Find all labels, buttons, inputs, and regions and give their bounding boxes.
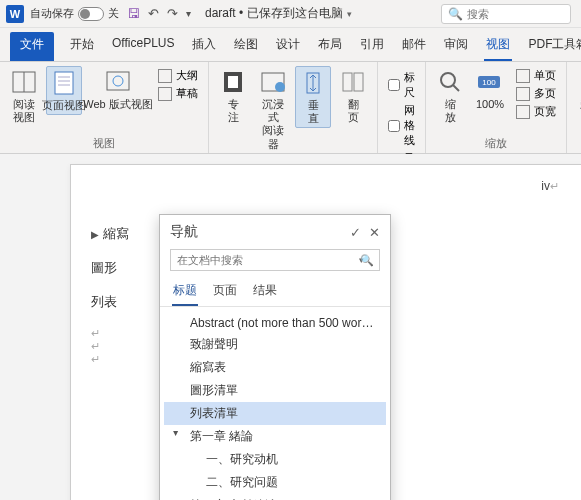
navpane-close-icon[interactable]: ✕	[369, 225, 380, 240]
zoom-100-button[interactable]: 100 100%	[472, 66, 508, 113]
zoom-icon	[436, 68, 464, 96]
quick-access-toolbar: 🖫 ↶ ↷ ▾	[127, 6, 191, 21]
focus-icon	[219, 68, 247, 96]
ruler-checkbox[interactable]: 标尺	[388, 70, 415, 100]
svg-point-15	[441, 73, 455, 87]
collapse-caret-icon[interactable]: ▶	[91, 229, 99, 240]
vertical-icon	[299, 69, 327, 97]
autosave-label: 自动保存	[30, 6, 74, 21]
nav-tree-item[interactable]: 第二章 文獻綜述	[164, 494, 386, 500]
svg-line-16	[453, 85, 459, 91]
group-page-movement: 专 注 沉浸式 阅读器 垂 直 翻 页 页面移动	[209, 62, 378, 153]
nav-tree-item[interactable]: Abstract (not more than 500 words);	[164, 313, 386, 333]
group-views-label: 视图	[93, 136, 115, 151]
search-input[interactable]	[467, 8, 564, 20]
nav-tree-item[interactable]: 致謝聲明	[164, 333, 386, 356]
svg-rect-13	[343, 73, 352, 91]
immersive-reader-icon	[259, 68, 287, 96]
group-zoom: 缩 放 100 100% 单页 多页 页宽 缩放	[426, 62, 567, 153]
web-layout-button[interactable]: Web 版式视图	[86, 66, 150, 113]
ribbon-tab-4[interactable]: 绘图	[232, 32, 260, 61]
outline-button[interactable]: 大纲	[158, 68, 198, 83]
side-to-side-icon	[339, 68, 367, 96]
immersive-reader-button[interactable]: 沉浸式 阅读器	[255, 66, 291, 153]
one-page-button[interactable]: 单页	[516, 68, 556, 83]
focus-button[interactable]: 专 注	[215, 66, 251, 126]
web-layout-icon	[104, 68, 132, 96]
page-number-marker: iv↵	[541, 179, 559, 193]
nav-search-icon[interactable]: 🔍	[360, 254, 374, 267]
nav-search-input[interactable]	[170, 249, 380, 271]
read-mode-button[interactable]: 阅读 视图	[6, 66, 42, 126]
zoom-100-icon: 100	[476, 68, 504, 96]
navpane-options-icon[interactable]: ✓	[350, 225, 361, 240]
new-window-button[interactable]: 新建	[573, 66, 581, 113]
ribbon-tab-6[interactable]: 布局	[316, 32, 344, 61]
zoom-button[interactable]: 缩 放	[432, 66, 468, 126]
one-page-icon	[516, 69, 530, 83]
print-layout-icon	[50, 69, 78, 97]
nav-tree-item[interactable]: 圖形清單	[164, 379, 386, 402]
ribbon-tab-5[interactable]: 设计	[274, 32, 302, 61]
tree-caret-icon[interactable]: ▸	[171, 431, 182, 436]
ribbon-tab-10[interactable]: 视图	[484, 32, 512, 61]
nav-tree-item[interactable]: 二、研究问题	[164, 471, 386, 494]
omnisearch[interactable]: 🔍	[441, 4, 571, 24]
ribbon-tab-0[interactable]: 文件	[10, 32, 54, 61]
svg-rect-6	[107, 72, 129, 90]
print-layout-button[interactable]: 页面视图	[46, 66, 82, 115]
svg-rect-9	[228, 76, 238, 88]
titlebar: W 自动保存 关 🖫 ↶ ↷ ▾ daraft • 已保存到这台电脑 ▾ 🔍	[0, 0, 581, 28]
nav-tab-0[interactable]: 标题	[172, 277, 198, 306]
ribbon: 阅读 视图 页面视图 Web 版式视图 大纲 草稿 视图 专 注	[0, 62, 581, 154]
group-views: 阅读 视图 页面视图 Web 版式视图 大纲 草稿 视图	[0, 62, 209, 153]
save-icon[interactable]: 🖫	[127, 6, 140, 21]
document-title: daraft • 已保存到这台电脑 ▾	[205, 5, 352, 22]
svg-text:100: 100	[482, 78, 496, 87]
multi-page-button[interactable]: 多页	[516, 86, 556, 101]
vertical-button[interactable]: 垂 直	[295, 66, 331, 128]
ribbon-tab-2[interactable]: OfficePLUS	[110, 32, 176, 61]
group-show: 标尺 网格线 导航窗格 显示	[378, 62, 426, 153]
multi-page-icon	[516, 87, 530, 101]
side-to-side-button[interactable]: 翻 页	[335, 66, 371, 126]
ribbon-tab-3[interactable]: 插入	[190, 32, 218, 61]
ribbon-tab-9[interactable]: 审阅	[442, 32, 470, 61]
nav-tab-1[interactable]: 页面	[212, 277, 238, 306]
page-width-icon	[516, 105, 530, 119]
page-width-button[interactable]: 页宽	[516, 104, 556, 119]
document-area: iv↵ ▶縮寫 圖形 列表 ↵ ↵ ↵ 导航 ✓ ✕ ▾ 🔍 标题页面结果 Ab…	[0, 154, 581, 500]
draft-icon	[158, 87, 172, 101]
ribbon-tab-1[interactable]: 开始	[68, 32, 96, 61]
ribbon-tab-7[interactable]: 引用	[358, 32, 386, 61]
undo-icon[interactable]: ↶	[148, 6, 159, 21]
ribbon-tabs: 文件开始OfficePLUS插入绘图设计布局引用邮件审阅视图PDF工具箱帮助En…	[0, 28, 581, 62]
nav-tabs: 标题页面结果	[160, 277, 390, 307]
read-mode-icon	[10, 68, 38, 96]
autosave-state: 关	[108, 6, 119, 21]
autosave-group: 自动保存 关	[30, 6, 119, 21]
qat-dropdown-icon[interactable]: ▾	[186, 8, 191, 19]
redo-icon[interactable]: ↷	[167, 6, 178, 21]
draft-button[interactable]: 草稿	[158, 86, 198, 101]
nav-search: ▾ 🔍	[170, 249, 380, 271]
navigation-pane: 导航 ✓ ✕ ▾ 🔍 标题页面结果 Abstract (not more tha…	[159, 214, 391, 500]
svg-point-11	[275, 82, 285, 92]
ribbon-tab-8[interactable]: 邮件	[400, 32, 428, 61]
outline-icon	[158, 69, 172, 83]
ribbon-tab-11[interactable]: PDF工具箱	[526, 32, 581, 61]
svg-rect-14	[354, 73, 363, 91]
title-chevron-icon[interactable]: ▾	[347, 9, 352, 19]
word-app-icon: W	[6, 5, 24, 23]
gridlines-checkbox[interactable]: 网格线	[388, 103, 415, 148]
svg-rect-2	[55, 72, 73, 94]
navigation-title: 导航	[170, 223, 198, 241]
nav-tree-item[interactable]: 一、研究动机	[164, 448, 386, 471]
group-zoom-label: 缩放	[485, 136, 507, 151]
nav-tree-item[interactable]: 縮寫表	[164, 356, 386, 379]
autosave-toggle[interactable]	[78, 7, 104, 21]
nav-tab-2[interactable]: 结果	[252, 277, 278, 306]
group-window: 新建	[567, 62, 581, 153]
nav-tree-item[interactable]: ▸第一章 緒論	[164, 425, 386, 448]
nav-tree-item[interactable]: 列表清單	[164, 402, 386, 425]
